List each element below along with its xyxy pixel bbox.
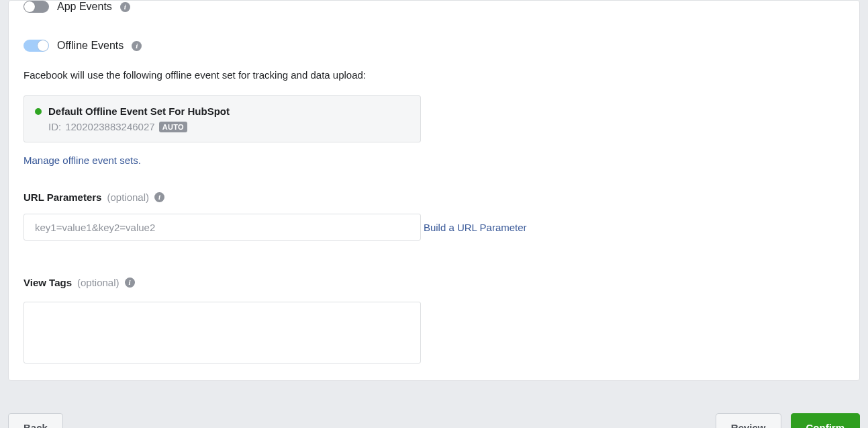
url-parameters-optional: (optional): [107, 191, 149, 203]
status-dot-icon: [35, 108, 42, 115]
review-button[interactable]: Review: [716, 413, 781, 428]
auto-badge: AUTO: [159, 122, 187, 132]
settings-panel: App Events i Offline Events i Facebook w…: [8, 0, 860, 381]
manage-offline-event-sets-link[interactable]: Manage offline event sets.: [23, 155, 141, 166]
footer-right: Review Confirm: [716, 413, 860, 428]
build-url-parameter-link[interactable]: Build a URL Parameter: [424, 222, 527, 233]
view-tags-input[interactable]: [23, 302, 421, 363]
offline-events-label: Offline Events: [57, 40, 124, 52]
offline-events-toggle[interactable]: [23, 40, 49, 52]
view-tags-label: View Tags: [23, 277, 72, 288]
url-parameters-label: URL Parameters: [23, 191, 101, 203]
app-events-label: App Events: [57, 1, 112, 13]
url-parameters-input[interactable]: [23, 214, 421, 241]
view-tags-optional: (optional): [77, 277, 119, 288]
event-set-id-row: ID:1202023883246027 AUTO: [48, 121, 409, 132]
info-icon[interactable]: i: [125, 277, 135, 288]
event-set-id-prefix: ID:: [48, 121, 61, 132]
info-icon[interactable]: i: [154, 192, 164, 202]
event-set-id: 1202023883246027: [65, 121, 154, 132]
offline-event-set-box: Default Offline Event Set For HubSpot ID…: [23, 95, 421, 142]
app-events-toggle[interactable]: [23, 1, 49, 13]
event-set-header: Default Offline Event Set For HubSpot: [35, 105, 409, 117]
confirm-button[interactable]: Confirm: [791, 413, 861, 428]
info-icon[interactable]: i: [132, 41, 142, 51]
footer-bar: Back Review Confirm: [0, 381, 868, 428]
view-tags-section: View Tags (optional) i: [23, 277, 845, 366]
app-events-row: App Events i: [23, 1, 845, 13]
url-parameters-section: URL Parameters (optional) i Build a URL …: [23, 191, 845, 241]
offline-events-description: Facebook will use the following offline …: [23, 69, 845, 81]
view-tags-label-row: View Tags (optional) i: [23, 277, 845, 288]
event-set-name: Default Offline Event Set For HubSpot: [48, 105, 230, 117]
url-parameters-label-row: URL Parameters (optional) i: [23, 191, 845, 203]
offline-events-row: Offline Events i: [23, 40, 845, 52]
info-icon[interactable]: i: [120, 2, 130, 12]
back-button[interactable]: Back: [8, 413, 63, 428]
